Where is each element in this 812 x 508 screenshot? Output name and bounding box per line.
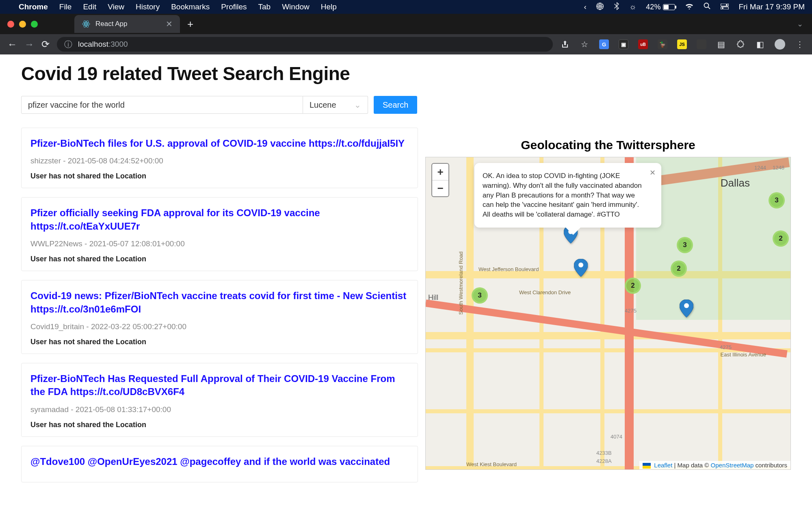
svg-point-12: [684, 303, 689, 308]
leaflet-link[interactable]: Leaflet: [654, 462, 672, 469]
engine-select[interactable]: Lucene ⌄: [303, 96, 368, 114]
menubar-bookmarks[interactable]: Bookmarks: [171, 2, 210, 11]
map-cluster[interactable]: 2: [625, 278, 641, 294]
reload-button[interactable]: ⟳: [41, 39, 50, 50]
react-favicon-icon: [82, 20, 91, 28]
extension-adblocker-icon[interactable]: 🦆: [658, 39, 667, 49]
result-meta: shizzster - 2021-05-08 04:24:52+00:00: [30, 156, 409, 165]
result-card: Covid-19 news: Pfizer/BioNTech vaccine t…: [21, 280, 418, 354]
url-text: localhost:3000: [78, 40, 128, 49]
chevron-left-icon[interactable]: ‹: [584, 2, 587, 11]
browser-tab[interactable]: React App ✕: [74, 15, 180, 33]
popup-close-button[interactable]: ✕: [650, 168, 656, 178]
site-info-icon[interactable]: ⓘ: [64, 39, 72, 50]
result-location: User has not shared the Location: [30, 255, 409, 263]
back-button[interactable]: ←: [7, 39, 17, 50]
search-input[interactable]: [21, 96, 303, 114]
extension-js-icon[interactable]: JS: [677, 39, 687, 49]
menubar-tab[interactable]: Tab: [258, 2, 271, 11]
result-title[interactable]: Pfizer officially seeking FDA approval f…: [30, 206, 409, 233]
map-column: Geolocating the Twittersphere: [425, 128, 791, 482]
map-cluster[interactable]: 2: [671, 261, 687, 277]
map-marker[interactable]: [574, 259, 588, 277]
address-bar[interactable]: ⓘ localhost:3000: [57, 37, 553, 52]
map-cluster[interactable]: 3: [677, 237, 693, 253]
window-fullscreen-button[interactable]: [31, 21, 38, 28]
menubar-history[interactable]: History: [136, 2, 160, 11]
window-controls: [7, 21, 38, 28]
result-card: Pfizer officially seeking FDA approval f…: [21, 197, 418, 271]
search-button[interactable]: Search: [374, 96, 417, 114]
menubar-profiles[interactable]: Profiles: [221, 2, 247, 11]
menubar-app[interactable]: Chrome: [19, 2, 48, 11]
result-meta: Covid19_britain - 2022-03-22 05:00:27+00…: [30, 322, 409, 331]
map-cluster[interactable]: 2: [773, 230, 789, 247]
result-card: Pfizer-BioNTech Has Requested Full Appro…: [21, 363, 418, 437]
extension-google-icon[interactable]: G: [599, 39, 609, 49]
chevron-down-icon: ⌄: [354, 100, 361, 110]
svg-point-6: [85, 23, 87, 25]
bookmark-star-icon[interactable]: ☆: [580, 39, 589, 49]
svg-point-11: [578, 263, 583, 267]
svg-point-3: [726, 4, 728, 6]
popup-text: OK. An idea to stop COVID in-fighting (J…: [483, 172, 642, 218]
map-cluster[interactable]: 3: [472, 287, 488, 304]
new-tab-button[interactable]: +: [187, 18, 193, 30]
share-icon[interactable]: [560, 39, 570, 49]
svg-point-5: [722, 7, 723, 9]
control-center-icon[interactable]: [721, 2, 729, 11]
forward-button[interactable]: →: [24, 39, 34, 50]
battery-icon: [663, 4, 675, 10]
menubar-window[interactable]: Window: [282, 2, 310, 11]
tab-overflow-button[interactable]: ⌄: [797, 20, 803, 28]
extension-ublock-icon[interactable]: uB: [638, 39, 648, 49]
toolbar-actions: ☆ G ▣ uB 🦆 JS ▤ ◧ ⋮: [560, 39, 805, 50]
map-city-label: Dallas: [721, 177, 750, 189]
map-container[interactable]: Dallas Hill West Jefferson Boulevard Wes…: [425, 157, 791, 470]
result-title[interactable]: Covid-19 news: Pfizer/BioNTech vaccine t…: [30, 289, 409, 316]
window-minimize-button[interactable]: [19, 21, 26, 28]
result-title[interactable]: Pfizer-BioNTech Has Requested Full Appro…: [30, 372, 409, 399]
result-card: @Tdove100 @OpenUrEyes2021 @pagecoffey an…: [21, 446, 418, 482]
macos-menubar: Chrome File Edit View History Bookmarks …: [0, 0, 812, 14]
extensions-puzzle-icon[interactable]: [736, 39, 745, 49]
battery-status[interactable]: 42%: [646, 3, 675, 11]
result-title[interactable]: Pfizer-BioNTech files for U.S. approval …: [30, 137, 409, 150]
chrome-window: React App ✕ + ⌄ ← → ⟳ ⓘ localhost:3000 ☆…: [0, 14, 812, 54]
search-icon[interactable]: [704, 2, 711, 12]
result-location: User has not shared the Location: [30, 421, 409, 429]
brightness-icon[interactable]: ☼: [629, 2, 636, 11]
bluetooth-icon[interactable]: [614, 2, 619, 12]
map-title: Geolocating the Twittersphere: [425, 138, 791, 152]
tab-close-button[interactable]: ✕: [166, 19, 173, 29]
sidepanel-icon[interactable]: ◧: [755, 39, 765, 49]
road-label: East Illinois Avenue: [721, 352, 767, 358]
menubar-view[interactable]: View: [108, 2, 124, 11]
globe-icon[interactable]: 🌐︎: [596, 2, 604, 11]
page-content: Covid 19 related Tweet Search Engine Luc…: [0, 54, 812, 508]
extension-misc-icon[interactable]: [697, 39, 706, 49]
extension-notes-icon[interactable]: ▤: [716, 39, 726, 49]
road-label: West Clarendon Drive: [519, 289, 571, 295]
menubar-edit[interactable]: Edit: [83, 2, 96, 11]
osm-link[interactable]: OpenStreetMap: [711, 462, 754, 469]
wifi-icon[interactable]: [685, 2, 694, 11]
road-label: West Jefferson Boulevard: [479, 266, 539, 272]
menubar-help[interactable]: Help: [321, 2, 337, 11]
profile-avatar[interactable]: [775, 39, 785, 50]
zoom-control: + −: [431, 163, 449, 197]
extension-screen-icon[interactable]: ▣: [619, 39, 628, 49]
map-cluster[interactable]: 3: [769, 192, 785, 208]
road-label: South Westmoreland Road: [458, 252, 464, 315]
battery-percent: 42%: [646, 3, 660, 11]
result-title[interactable]: @Tdove100 @OpenUrEyes2021 @pagecoffey an…: [30, 455, 409, 468]
map-marker[interactable]: [680, 300, 693, 317]
menubar-file[interactable]: File: [59, 2, 72, 11]
map-popup: OK. An idea to stop COVID in-fighting (J…: [474, 163, 661, 228]
chrome-menu-icon[interactable]: ⋮: [795, 39, 805, 49]
menubar-datetime[interactable]: Fri Mar 17 9:39 PM: [738, 2, 805, 11]
zoom-out-button[interactable]: −: [432, 180, 448, 196]
svg-point-0: [704, 3, 709, 7]
zoom-in-button[interactable]: +: [432, 164, 448, 180]
window-close-button[interactable]: [7, 21, 14, 28]
